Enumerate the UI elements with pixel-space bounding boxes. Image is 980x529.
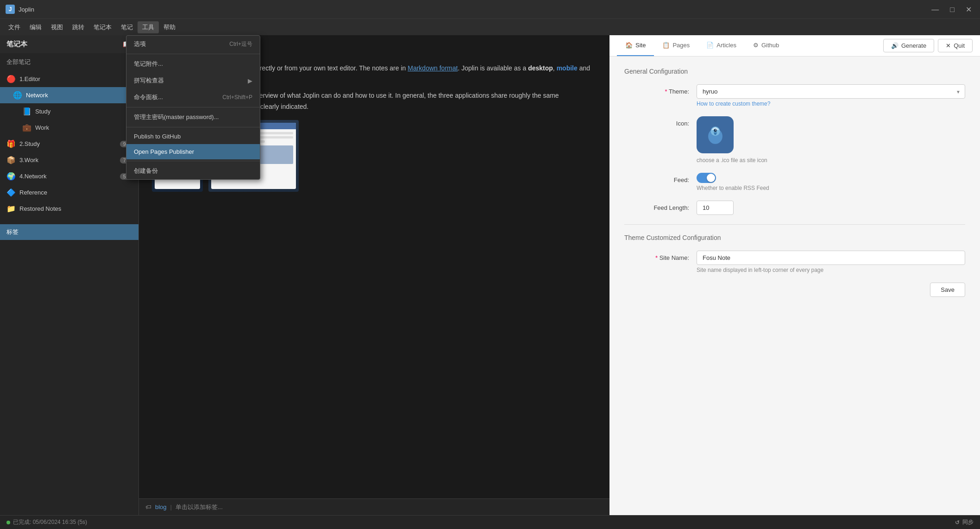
app-title: Joplin <box>19 6 34 13</box>
status-text: 已完成: 05/06/2024 16:35 (5s) <box>13 518 87 526</box>
network-label: Network <box>26 92 48 99</box>
publish-github-label: Publish to GitHub <box>134 133 181 140</box>
dropdown-sep-3 <box>126 127 260 127</box>
feed-row: Feed: Whether to enable RSS Feed <box>624 173 965 191</box>
sidebar-item-study2[interactable]: 🎁 2.Study 95 <box>0 136 138 152</box>
editor-icon: 🔴 <box>6 75 16 83</box>
sidebar-item-work2[interactable]: 📦 3.Work 73 <box>0 152 138 168</box>
menu-tools[interactable]: 工具 <box>138 21 159 33</box>
sidebar-item-work[interactable]: 💼 Work <box>0 120 138 136</box>
add-tag-hint[interactable]: 单击以添加标签... <box>176 503 223 511</box>
dropdown-create-backup[interactable]: 创建备份 <box>126 163 260 179</box>
sidebar-item-network2[interactable]: 🌍 4.Network 58 <box>0 168 138 184</box>
dropdown-command-palette[interactable]: 命令面板... Ctrl+Shift+P <box>126 89 260 106</box>
svg-point-3 <box>715 129 716 130</box>
tag-blog[interactable]: blog <box>155 504 167 510</box>
status-dot <box>6 521 10 524</box>
tab-articles[interactable]: 📄 Articles <box>698 35 745 56</box>
network2-label: 4.Network <box>19 173 47 180</box>
dropdown-options[interactable]: 选项 Ctrl+逗号 <box>126 36 260 52</box>
work2-icon: 📦 <box>6 156 16 164</box>
spellcheck-label: 拼写检查器 <box>134 76 164 85</box>
sidebar: 笔记本 📖 全部笔记 🔴 1.Editor 🌐 Network 📘 Study … <box>0 35 139 515</box>
feed-length-input[interactable] <box>697 201 734 215</box>
dropdown-open-pages[interactable]: Open Pages Publisher <box>126 144 260 159</box>
sync-button[interactable]: ↺ 同步 <box>955 518 974 526</box>
master-password-label: 管理主密码(master password)... <box>134 113 219 121</box>
statusbar: 已完成: 05/06/2024 16:35 (5s) ↺ 同步 <box>0 515 980 529</box>
sidebar-item-study[interactable]: 📘 Study <box>0 103 138 120</box>
joplin-bird-svg <box>703 122 728 148</box>
tab-pages[interactable]: 📋 Pages <box>654 35 698 56</box>
site-name-label-text: Site Name: <box>660 254 689 261</box>
generate-button[interactable]: 🔊 Generate <box>883 39 934 52</box>
study-label: Study <box>35 108 50 115</box>
dropdown-spellcheck[interactable]: 拼写检查器 ▶ <box>126 72 260 89</box>
menu-help[interactable]: 帮助 <box>159 21 180 33</box>
dropdown-master-password[interactable]: 管理主密码(master password)... <box>126 109 260 126</box>
all-notes[interactable]: 全部笔记 <box>0 53 138 71</box>
menubar: 文件 编辑 视图 跳转 笔记本 笔记 工具 帮助 <box>0 19 980 35</box>
menu-note[interactable]: 笔记 <box>116 21 138 33</box>
tab-site[interactable]: 🏠 Site <box>617 35 654 56</box>
note-tag-area: 🏷 blog | 单击以添加标签... <box>139 498 609 515</box>
github-icon: ⚙ <box>753 42 759 49</box>
work-icon: 💼 <box>22 123 31 132</box>
reference-label: Reference <box>19 189 47 196</box>
menu-file[interactable]: 文件 <box>4 21 25 33</box>
dropdown-sep-2 <box>126 107 260 107</box>
menu-notebook[interactable]: 笔记本 <box>89 21 116 33</box>
site-name-required-star: * <box>655 254 658 261</box>
options-label: 选项 <box>134 40 146 48</box>
sidebar-tags-section[interactable]: 标签 <box>0 224 138 240</box>
feed-toggle-wrapper <box>697 173 965 183</box>
work-label: Work <box>35 124 49 131</box>
site-name-label: * Site Name: <box>624 251 689 261</box>
sidebar-item-network[interactable]: 🌐 Network <box>0 87 138 103</box>
titlebar: J Joplin — □ ✕ <box>0 0 980 19</box>
tab-github-label: Github <box>761 42 779 49</box>
theme-hint[interactable]: How to create custom theme? <box>697 101 965 107</box>
restored-label: Restored Notes <box>19 205 61 212</box>
right-panel: 🏠 Site 📋 Pages 📄 Articles ⚙ Github 🔊 Gen… <box>609 35 980 515</box>
tab-pages-label: Pages <box>672 42 690 49</box>
markdown-link[interactable]: Markdown format <box>408 64 458 72</box>
menu-view[interactable]: 视图 <box>46 21 68 33</box>
dropdown-publish-github[interactable]: Publish to GitHub <box>126 129 260 144</box>
menu-edit[interactable]: 编辑 <box>25 21 46 33</box>
tag-icon: 🏷 <box>145 504 151 510</box>
quit-label: Quit <box>954 42 965 49</box>
tab-github[interactable]: ⚙ Github <box>745 35 787 56</box>
quit-button[interactable]: ✕ Quit <box>938 39 973 52</box>
feed-toggle[interactable] <box>697 173 716 183</box>
mobile-bold: mobile <box>557 64 578 72</box>
icon-value: choose a .ico file as site icon <box>697 116 965 164</box>
theme-select[interactable]: hyruo <box>697 84 965 99</box>
generate-icon: 🔊 <box>891 42 898 49</box>
site-icon-box[interactable] <box>697 116 734 153</box>
tools-dropdown: 选项 Ctrl+逗号 笔记附件... 拼写检查器 ▶ 命令面板... Ctrl+… <box>126 35 260 180</box>
minimize-button[interactable]: — <box>929 4 942 15</box>
site-name-input[interactable] <box>697 251 965 265</box>
theme-config-title: Theme Customized Configuration <box>624 234 965 241</box>
site-name-hint: Site name displayed in left-top corner o… <box>697 267 965 273</box>
sync-label: 同步 <box>962 518 974 526</box>
desktop-bold: desktop <box>528 64 553 72</box>
close-button[interactable]: ✕ <box>963 4 974 15</box>
menu-goto[interactable]: 跳转 <box>68 21 89 33</box>
theme-label-text: Theme: <box>669 88 689 95</box>
tags-label: 标签 <box>6 228 19 236</box>
options-shortcut: Ctrl+逗号 <box>229 40 252 48</box>
sidebar-item-editor[interactable]: 🔴 1.Editor <box>0 71 138 87</box>
sidebar-item-restored[interactable]: 📁 Restored Notes <box>0 201 138 217</box>
maximize-button[interactable]: □ <box>947 4 957 15</box>
spellcheck-arrow: ▶ <box>248 77 252 84</box>
tag-separator: | <box>170 504 172 510</box>
icon-hint: choose a .ico file as site icon <box>697 157 965 164</box>
sidebar-title: 笔记本 <box>6 40 27 49</box>
sidebar-item-reference[interactable]: 🔷 Reference <box>0 184 138 201</box>
feed-value: Whether to enable RSS Feed <box>697 173 965 191</box>
save-button[interactable]: Save <box>930 283 965 297</box>
dropdown-attachments[interactable]: 笔记附件... <box>126 56 260 72</box>
study-icon: 📘 <box>22 107 31 116</box>
